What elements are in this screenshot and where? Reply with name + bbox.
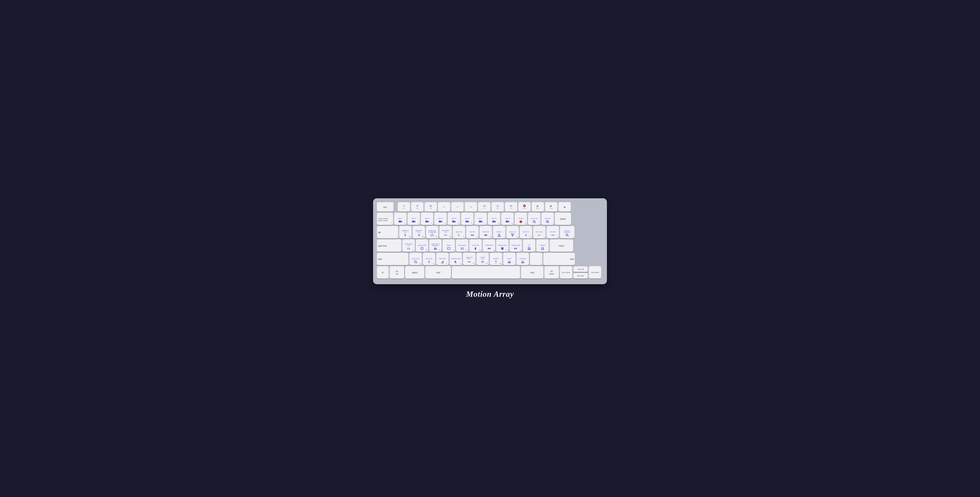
key-u[interactable]: slide tool U (480, 226, 492, 238)
key-8[interactable]: cam 8 8 (488, 213, 500, 225)
svg-marker-42 (471, 235, 471, 236)
key-o[interactable]: mark out O (506, 226, 519, 238)
key-i[interactable]: mark in I (493, 226, 505, 238)
key-alt-option[interactable]: altoption (544, 266, 559, 279)
key-6[interactable]: cam 6 6 (461, 213, 473, 225)
key-semicolon[interactable]: lift ; (523, 239, 535, 252)
key-delete[interactable]: delete (555, 213, 571, 225)
key-space[interactable] (452, 266, 520, 279)
key-l[interactable]: shuttle right L (509, 239, 522, 252)
key-f[interactable]: frame F (442, 239, 455, 252)
svg-rect-4 (425, 221, 428, 223)
svg-rect-116 (522, 262, 522, 263)
key-tab[interactable]: tab (377, 226, 398, 238)
key-g[interactable]: audio gain G (456, 239, 468, 252)
key-f11[interactable]: 🔈 F11 (532, 202, 544, 212)
key-4[interactable]: cam 4 4 (434, 213, 447, 225)
key-m[interactable]: marker M (490, 253, 502, 265)
key-e[interactable]: extend editto playhead E (426, 226, 438, 238)
key-t[interactable]: type tool T T (453, 226, 465, 238)
key-period[interactable]: overwrite . (517, 253, 529, 265)
key-return[interactable]: return (550, 239, 573, 252)
svg-rect-81 (528, 248, 529, 250)
svg-marker-79 (514, 248, 516, 250)
keyboard: esc ☀ F1 ⚙ F2 ▤ F3 F4 F5 F6 ⏮ (373, 198, 607, 284)
svg-marker-37 (446, 234, 447, 236)
key-5[interactable]: cam 5 5 (448, 213, 460, 225)
svg-marker-5 (428, 221, 429, 223)
key-next-edit[interactable]: next edit (573, 266, 588, 272)
svg-marker-66 (409, 248, 410, 249)
key-bracket-r[interactable]: trim fwd ] (547, 226, 559, 238)
key-b[interactable]: ripple edittool B (463, 253, 475, 265)
key-2[interactable]: cam 2 2 (407, 213, 420, 225)
fn-row: esc ☀ F1 ⚙ F2 ▤ F3 F4 F5 F6 ⏮ (377, 202, 603, 212)
key-f4[interactable]: F4 (438, 202, 450, 212)
key-cmd-right[interactable]: cmd (521, 266, 543, 279)
key-s[interactable]: snap on/off S (416, 239, 428, 252)
key-fn[interactable]: fn (377, 266, 388, 279)
svg-marker-3 (415, 221, 415, 223)
svg-marker-101 (468, 261, 469, 262)
svg-point-71 (435, 248, 436, 249)
key-f12[interactable]: 🔉 F12 (545, 202, 557, 212)
key-v[interactable]: selection tool V (450, 253, 462, 265)
key-caps-lock[interactable]: caps lock (377, 239, 401, 252)
key-f3[interactable]: ▤ F3 (425, 202, 437, 212)
key-h[interactable]: hand tool H (469, 239, 482, 252)
key-c[interactable]: razor tool C (436, 253, 449, 265)
key-y[interactable]: slip tool Y (466, 226, 479, 238)
key-f1[interactable]: ☀ F1 (398, 202, 410, 212)
key-eject[interactable]: ⏏ (558, 202, 571, 212)
key-f9[interactable]: ⏭ F9 (505, 202, 517, 212)
key-comma[interactable]: insert , (503, 253, 515, 265)
key-option-left[interactable]: option (405, 266, 424, 279)
key-w[interactable]: ripple trimnext W (413, 226, 425, 238)
key-backslash[interactable]: zoom tosequence \ (560, 226, 574, 238)
key-0[interactable]: record 0 (515, 213, 527, 225)
key-shift-left[interactable]: shift (377, 253, 408, 265)
key-p[interactable]: pen tool P (520, 226, 532, 238)
key-bracket-l[interactable]: trim back [ (533, 226, 546, 238)
key-quote[interactable]: extract ' (536, 239, 549, 252)
key-q[interactable]: ripple trimprev Q (399, 226, 412, 238)
key-tilde[interactable]: restore frameunder cursor ~ (377, 213, 393, 225)
key-n[interactable]: roll edittool N (476, 253, 489, 265)
key-f6[interactable]: F6 (465, 202, 477, 212)
key-slash[interactable]: / (530, 253, 542, 265)
key-j[interactable]: shuttle left J (483, 239, 495, 252)
svg-marker-13 (482, 221, 482, 223)
svg-rect-16 (506, 221, 508, 223)
key-a[interactable]: track selecttool A (402, 239, 415, 252)
key-9[interactable]: cam 9 9 (501, 213, 514, 225)
key-prev-frame[interactable]: prev frame (560, 266, 572, 279)
key-d[interactable]: select clip atplayhead D (429, 239, 442, 252)
key-f10[interactable]: 🔇 F10 (518, 202, 531, 212)
key-1[interactable]: cam 1 1 (394, 213, 406, 225)
svg-rect-72 (447, 248, 450, 250)
key-f7[interactable]: ⏮ F7 (478, 202, 490, 212)
svg-marker-43 (473, 235, 474, 236)
key-k[interactable]: shuttle stop K (496, 239, 509, 252)
svg-marker-57 (552, 234, 553, 236)
key-7[interactable]: cam 7 7 (474, 213, 487, 225)
key-cmd-left[interactable]: cmd (425, 266, 451, 279)
key-z[interactable]: zoom tool Z (409, 253, 422, 265)
key-r[interactable]: rate stretchtool R (439, 226, 452, 238)
key-minus[interactable]: zoom out - (528, 213, 540, 225)
key-f5[interactable]: F5 (451, 202, 464, 212)
key-plus[interactable]: zoom in + (541, 213, 554, 225)
svg-marker-91 (542, 247, 543, 248)
brand-title: Motion Array (466, 289, 514, 299)
key-f8[interactable]: ⏯ F8 (492, 202, 504, 212)
key-x[interactable]: mark clip X (423, 253, 435, 265)
key-3[interactable]: cam 3 3 (421, 213, 433, 225)
key-esc[interactable]: esc (377, 202, 393, 212)
key-shift-right[interactable]: shift (543, 253, 575, 265)
key-f2[interactable]: ⚙ F2 (411, 202, 423, 212)
key-prev-edit[interactable]: prev edit (573, 273, 588, 279)
key-alt-ctrl[interactable]: altctrl (390, 266, 404, 279)
svg-marker-108 (482, 261, 483, 261)
key-next-frame[interactable]: next frame (589, 266, 601, 279)
svg-marker-99 (455, 260, 457, 263)
